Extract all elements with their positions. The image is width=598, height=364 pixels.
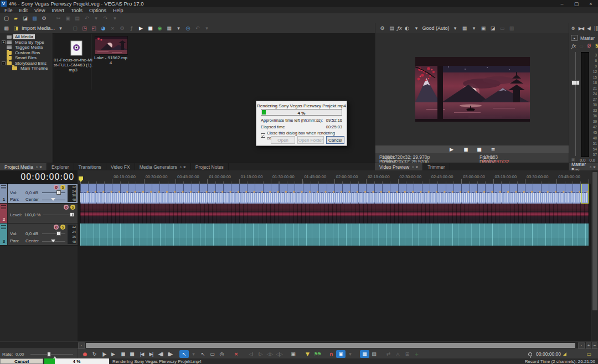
media-item-audio[interactable]: 01-Focus-on-the-Mist-FULL-SM463 (1).mp3 (55, 34, 91, 103)
rate-slider[interactable] (30, 354, 73, 355)
track-solo-icon[interactable]: S (70, 205, 75, 210)
track-solo-icon[interactable]: S (60, 185, 65, 190)
master-fx-icon[interactable]: ƒx (570, 42, 578, 50)
rate-slider-handle[interactable] (47, 352, 51, 357)
media-undo-icon[interactable]: ↶ (193, 24, 202, 32)
normal-edit-tool-icon[interactable]: ↖ (179, 350, 189, 358)
track-motion-icon[interactable]: + (412, 350, 421, 358)
track-header-3[interactable]: 3 Ø S Vol: 0,0 dB Pan: Center 12243648 (0, 223, 78, 246)
redo-icon[interactable]: ↷ (101, 14, 110, 22)
dock-tab[interactable]: Media Generators ▫× (135, 163, 191, 171)
track-header-2[interactable]: 2 Ø S Level: 100,0 % (0, 204, 78, 223)
dock-tab[interactable]: Video Preview ▫× (375, 163, 423, 171)
enable-snapping-icon[interactable]: ∩ (327, 350, 336, 358)
close-icon[interactable]: × (415, 164, 418, 170)
track-grip-icon[interactable] (1, 205, 6, 209)
undo-dropdown-icon[interactable]: ▾ (91, 14, 101, 22)
audio-track-3-events[interactable] (80, 223, 589, 246)
fade-in-icon[interactable]: ◁▷ (265, 350, 274, 358)
split-screen-dropdown-icon[interactable]: ▾ (412, 24, 421, 32)
dock-tab[interactable]: Explorer ▫× (47, 163, 74, 171)
tab-master-bus[interactable]: Master Bus ▫× (569, 163, 598, 171)
mixer-window-icon[interactable]: ⇄ (384, 350, 393, 358)
dock-tab[interactable]: Project Notes ▫× (191, 163, 229, 171)
volume-slider[interactable] (42, 193, 65, 193)
bus-icon[interactable]: ▸ (571, 35, 578, 41)
quality-dropdown-icon[interactable]: ▾ (451, 24, 460, 32)
timeline-empty-area[interactable] (78, 246, 591, 341)
open-icon[interactable]: ▰ (11, 14, 20, 22)
auto-ripple-icon[interactable]: ▣ (336, 350, 346, 358)
trim-start-icon[interactable]: ◁) (246, 350, 255, 358)
level-slider-handle[interactable] (70, 212, 74, 217)
trim-end-icon[interactable]: (▷ (255, 350, 265, 358)
checkbox-icon[interactable]: ✓ (261, 133, 265, 138)
media-item-video[interactable]: Lake - 91562.mp4 (94, 34, 128, 103)
preview-stop-icon[interactable]: ■ (146, 24, 155, 32)
timeline-horizontal-scrollbar[interactable]: · · + − (0, 341, 598, 349)
dock-tab[interactable]: Video FX ▫× (106, 163, 135, 171)
download-media-icon[interactable]: ◕ (99, 24, 108, 32)
tree-item[interactable]: Main Timeline (0, 66, 52, 71)
track-mute-icon[interactable]: Ø (64, 205, 69, 210)
float-icon[interactable]: ▫ (36, 164, 38, 170)
master-fader-track[interactable] (575, 52, 576, 156)
expander-icon[interactable]: + (2, 40, 6, 44)
go-to-end-icon[interactable]: ▶| (146, 350, 156, 358)
go-to-start-icon[interactable]: |◀ (137, 350, 146, 358)
selection-edit-tool-icon[interactable]: ▭ (208, 350, 217, 358)
level-slider[interactable] (43, 215, 73, 215)
menu-item[interactable]: Edit (16, 8, 32, 13)
external-monitor-icon[interactable]: ▭ (498, 24, 507, 32)
event-grouping-icon[interactable]: ▤ (369, 350, 379, 358)
cut-icon[interactable]: ✂ (54, 14, 63, 22)
search-icon[interactable]: ◎ (183, 24, 193, 32)
quality-label[interactable]: Good (Auto) (421, 24, 451, 32)
menu-item[interactable]: Insert (48, 8, 68, 13)
zoom-edit-tool-icon[interactable]: ◎ (217, 350, 226, 358)
media-properties-icon[interactable]: ⚙ (117, 24, 127, 32)
tree-item[interactable]: All Media (0, 34, 52, 40)
views-dropdown-icon[interactable]: ▾ (174, 24, 183, 32)
cursor-position-time[interactable]: 00:00:00:00 (536, 351, 561, 357)
preview-stop-icon[interactable]: ■ (475, 145, 484, 153)
project-properties-icon[interactable]: ⚙ (39, 14, 49, 22)
remove-media-icon[interactable]: × (108, 24, 117, 32)
track-header-1[interactable]: 1 Ø S Vol: 0,0 dB Pan: Center 12243648 (0, 184, 78, 204)
mixer-channels-icon[interactable]: ||| (592, 24, 598, 32)
stop-icon[interactable]: ■ (127, 350, 137, 358)
video-output-fx-icon[interactable]: ƒx (396, 24, 403, 32)
close-icon[interactable]: × (183, 164, 186, 170)
media-undo-dropdown-icon[interactable]: ▾ (202, 24, 212, 32)
maximize-icon[interactable]: ▢ (569, 0, 584, 7)
toolbar-spacer[interactable] (241, 350, 246, 358)
pan-crop-icon[interactable]: ⊞ (403, 350, 412, 358)
zoom-in-icon[interactable]: + (586, 342, 591, 349)
import-media-label[interactable]: Import Media... (20, 24, 56, 32)
selected-event[interactable] (581, 184, 589, 204)
preview-settings-icon[interactable]: ⚙ (378, 24, 387, 32)
dim-output-icon[interactable]: ◀) (585, 24, 592, 32)
master-mute-icon[interactable]: Ø (585, 42, 593, 50)
master-automation-icon[interactable]: ◌ (578, 42, 585, 50)
loop-region-icon[interactable]: ▥ (507, 24, 517, 32)
video-fx-window-icon[interactable]: ◬ (393, 350, 403, 358)
toolbar-spacer[interactable] (49, 14, 54, 22)
track-mute-icon[interactable]: Ø (54, 185, 59, 190)
menu-item[interactable]: Help (110, 8, 127, 13)
menu-item[interactable]: File (1, 8, 16, 13)
get-photo-icon[interactable]: ◰ (89, 24, 99, 32)
next-frame-icon[interactable]: ▮▶ (165, 350, 174, 358)
close-icon[interactable]: × (39, 164, 42, 170)
track-solo-icon[interactable]: S (60, 225, 65, 230)
audio-track-1-events[interactable] (80, 184, 589, 204)
menu-item[interactable]: Tools (68, 8, 86, 13)
cancel-button[interactable]: Cancel (326, 136, 344, 144)
insert-region-icon[interactable]: ⚑⚑ (312, 350, 322, 358)
pan-slider-handle[interactable] (51, 198, 55, 201)
dock-tab[interactable]: Transitions ▫× (74, 163, 106, 171)
time-display[interactable]: 00:00:00:00 (0, 170, 78, 184)
ignore-event-grouping-icon[interactable]: ▦ (360, 350, 369, 358)
tool-dropdown-icon[interactable]: ▾ (189, 350, 198, 358)
paste-icon[interactable]: ▤ (73, 14, 82, 22)
